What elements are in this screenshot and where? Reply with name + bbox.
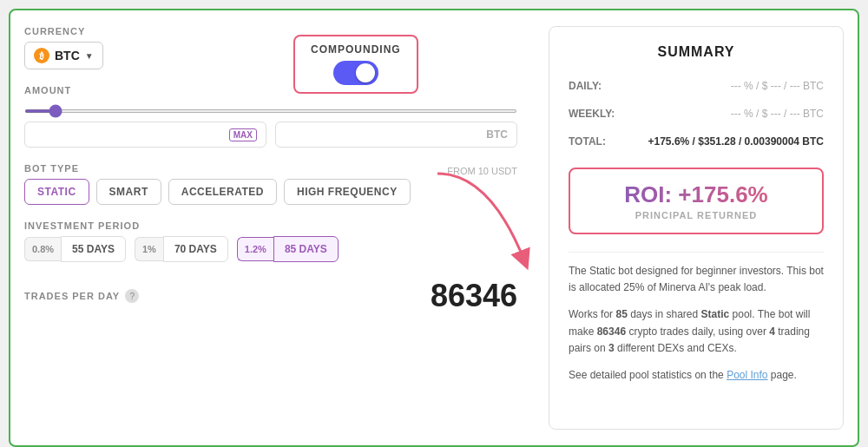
period-pct-70: 1% <box>135 237 163 261</box>
trades-label-wrap: TRADES PER DAY ? <box>24 289 139 303</box>
static-bold: Static <box>701 308 730 320</box>
chevron-down-icon: ▼ <box>85 51 94 61</box>
summary-daily-value: --- % / $ --- / --- BTC <box>731 80 824 92</box>
pool-info-link[interactable]: Pool Info <box>727 369 767 381</box>
amount-usd-input[interactable]: 200 <box>34 128 224 141</box>
amount-label: AMOUNT <box>24 85 517 95</box>
summary-daily-row: DAILY: --- % / $ --- / --- BTC <box>569 77 824 95</box>
currency-dropdown[interactable]: ₿ BTC ▼ <box>24 42 103 69</box>
divider <box>569 252 824 253</box>
period-days-70: 70 DAYS <box>163 236 228 262</box>
compounding-label: COMPOUNDING <box>311 43 401 56</box>
period-item-55[interactable]: 0.8% 55 DAYS <box>24 236 126 262</box>
period-pct-55: 0.8% <box>24 237 61 261</box>
summary-total-row: TOTAL: +175.6% / $351.28 / 0.00390004 BT… <box>569 133 824 150</box>
trades-per-day-label: TRADES PER DAY <box>24 291 120 301</box>
btc-icon: ₿ <box>34 48 49 63</box>
bot-btn-static[interactable]: STATIC <box>24 179 89 205</box>
period-item-85[interactable]: 1.2% 85 DAYS <box>237 236 339 262</box>
info-icon[interactable]: ? <box>125 289 139 303</box>
summary-description-2: Works for 85 days in shared Static pool.… <box>569 306 824 357</box>
currency-label: CURRENCY <box>24 26 103 36</box>
from-label: FROM 10 USDT <box>447 166 517 176</box>
trades-value: 86346 <box>431 278 517 314</box>
trades-bold: 86346 <box>597 325 626 338</box>
compounding-toggle[interactable] <box>333 61 378 85</box>
investment-period-label: INVESTMENT PERIOD <box>24 220 517 231</box>
period-options: 0.8% 55 DAYS 1% 70 DAYS 1.2% 85 DAYS <box>24 236 517 262</box>
summary-weekly-row: WEEKLY: --- % / $ --- / --- BTC <box>569 105 824 122</box>
bot-btn-accelerated[interactable]: ACCELERATED <box>168 179 277 205</box>
summary-total-label: TOTAL: <box>569 135 606 148</box>
summary-weekly-value: --- % / $ --- / --- BTC <box>731 108 824 120</box>
btc-currency-label: BTC <box>486 128 508 141</box>
toggle-thumb <box>356 63 375 82</box>
days-bold: 85 <box>615 308 627 320</box>
amount-section: AMOUNT 200 MAX 0.00222047 BTC <box>24 85 517 148</box>
currency-value: BTC <box>55 49 80 62</box>
period-days-55: 55 DAYS <box>61 236 126 262</box>
max-badge[interactable]: MAX <box>229 128 257 141</box>
summary-description-1: The Static bot designed for beginner inv… <box>569 263 824 296</box>
summary-total-value: +175.6% / $351.28 / 0.00390004 BTC <box>648 135 824 148</box>
bot-btn-smart[interactable]: SMART <box>96 179 161 205</box>
compounding-box: COMPOUNDING <box>293 35 418 94</box>
amount-btc-input-wrap: 0.00222047 BTC <box>275 122 517 148</box>
roi-value: ROI: +175.6% <box>582 181 810 208</box>
trades-per-day-section: TRADES PER DAY ? 86346 <box>24 278 517 314</box>
pairs-bold: 3 <box>608 342 615 354</box>
bot-type-buttons: STATIC SMART ACCELERATED HIGH FREQUENCY <box>24 179 517 205</box>
summary-panel: SUMMARY DAILY: --- % / $ --- / --- BTC W… <box>549 26 844 430</box>
summary-pool-info: See detailed pool statistics on the Pool… <box>569 367 824 384</box>
summary-weekly-label: WEEKLY: <box>569 108 615 120</box>
roi-sub: PRINCIPAL RETURNED <box>582 210 810 220</box>
bot-type-label: BOT TYPE <box>24 163 79 174</box>
period-days-85: 85 DAYS <box>273 236 339 262</box>
over-bold: 4 <box>769 325 775 338</box>
amount-btc-input[interactable]: 0.00222047 <box>285 128 481 141</box>
roi-box: ROI: +175.6% PRINCIPAL RETURNED <box>569 168 824 234</box>
bot-type-section: BOT TYPE FROM 10 USDT STATIC SMART ACCEL… <box>24 163 517 205</box>
amount-slider[interactable] <box>24 109 517 113</box>
bot-btn-high-frequency[interactable]: HIGH FREQUENCY <box>284 179 411 205</box>
period-pct-85: 1.2% <box>237 237 273 261</box>
summary-daily-label: DAILY: <box>569 80 602 92</box>
period-item-70[interactable]: 1% 70 DAYS <box>135 236 228 262</box>
summary-title: SUMMARY <box>569 44 824 60</box>
amount-usd-input-wrap: 200 MAX <box>24 122 266 148</box>
investment-period-section: INVESTMENT PERIOD 0.8% 55 DAYS 1% 70 DAY… <box>24 220 517 262</box>
